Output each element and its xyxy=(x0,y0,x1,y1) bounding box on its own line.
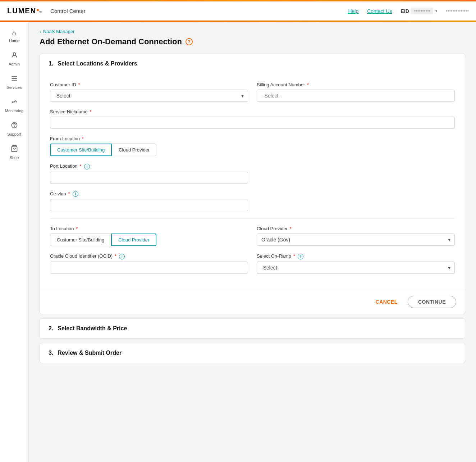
home-icon: ⌂ xyxy=(12,29,16,37)
port-location-input[interactable] xyxy=(50,172,248,184)
ce-vlan-info-icon[interactable]: i xyxy=(73,191,78,197)
nav-right: Help Contact Us EID •••••••••• ▾ •••••••… xyxy=(348,8,469,14)
eid-value: •••••••••• xyxy=(411,8,434,14)
step-1-card: 1. Select Locations & Providers Customer… xyxy=(40,54,465,314)
step-3-number: 3. xyxy=(49,350,53,356)
customer-id-label: Customer ID * xyxy=(50,82,248,87)
sidebar-label-support: Support xyxy=(7,132,21,136)
page-help-icon[interactable]: ? xyxy=(186,38,193,45)
row-customer-billing: Customer ID * -Select- ▾ Billing Accou xyxy=(50,82,455,102)
admin-icon xyxy=(11,51,18,60)
sidebar-item-monitoring[interactable]: Monitoring xyxy=(0,95,28,117)
step-2-number: 2. xyxy=(49,325,53,332)
breadcrumb-parent-link[interactable]: NaaS Manager xyxy=(43,29,74,34)
cancel-button[interactable]: CANCEL xyxy=(370,296,403,308)
to-location-group: To Location * Customer Site/Building Clo… xyxy=(50,226,248,246)
ocid-input[interactable] xyxy=(50,262,248,274)
from-location-group: From Location * Customer Site/Building C… xyxy=(50,136,455,156)
logo-tm: ™ xyxy=(39,11,42,14)
step-1-number: 1. xyxy=(49,60,53,67)
sidebar-item-admin[interactable]: Admin xyxy=(0,48,28,70)
to-location-customer-site-btn[interactable]: Customer Site/Building xyxy=(50,234,111,246)
service-nickname-group: Service Nickname * xyxy=(50,109,455,129)
page-title-text: Add Ethernet On-Demand Connection xyxy=(40,37,182,46)
eid-chevron-icon[interactable]: ▾ xyxy=(435,9,437,13)
to-location-cloud-provider-btn[interactable]: Cloud Provider xyxy=(111,234,156,246)
layout: ⌂ Home Admin Services xyxy=(0,22,476,462)
customer-id-select-wrapper: -Select- ▾ xyxy=(50,90,248,102)
ce-vlan-label: Ce-vlan * i xyxy=(50,191,248,197)
customer-id-select[interactable]: -Select- xyxy=(50,90,248,102)
help-link[interactable]: Help xyxy=(348,8,358,14)
main-content: ‹ NaaS Manager Add Ethernet On-Demand Co… xyxy=(29,22,476,462)
cloud-provider-select[interactable]: Oracle (Gov) xyxy=(257,234,455,246)
services-icon xyxy=(11,75,18,84)
step-2-header: 2. Select Bandwidth & Price xyxy=(40,319,465,338)
cloud-provider-label: Cloud Provider * xyxy=(257,226,455,231)
from-location-customer-site-btn[interactable]: Customer Site/Building xyxy=(50,144,112,156)
step-2-title: Select Bandwidth & Price xyxy=(58,325,127,332)
row-service-nickname: Service Nickname * xyxy=(50,109,455,129)
step-3-title: Review & Submit Order xyxy=(58,350,122,356)
billing-account-label: Billing Account Number * xyxy=(257,82,455,87)
service-nickname-input[interactable] xyxy=(50,117,455,129)
cloud-provider-group: Cloud Provider * Oracle (Gov) ▾ xyxy=(257,226,455,246)
eid-section: EID •••••••••• ▾ xyxy=(401,8,437,14)
step-2-card: 2. Select Bandwidth & Price xyxy=(40,318,465,339)
row-to-location-cloud: To Location * Customer Site/Building Clo… xyxy=(50,226,455,246)
row-port-location: Port Location * i xyxy=(50,163,455,184)
continue-button[interactable]: CONTINUE xyxy=(408,296,456,308)
from-location-toggle: Customer Site/Building Cloud Provider xyxy=(50,144,455,156)
svg-point-5 xyxy=(14,127,14,127)
onramp-info-icon[interactable]: i xyxy=(298,254,303,259)
shop-icon xyxy=(11,145,18,154)
breadcrumb-arrow-icon: ‹ xyxy=(40,29,41,34)
breadcrumb: ‹ NaaS Manager xyxy=(40,29,465,34)
billing-account-group: Billing Account Number * xyxy=(257,82,455,102)
port-location-info-icon[interactable]: i xyxy=(84,164,90,169)
row-from-location: From Location * Customer Site/Building C… xyxy=(50,136,455,156)
top-nav: LUMEN™ Control Center Help Contact Us EI… xyxy=(0,1,476,22)
logo: LUMEN™ xyxy=(7,7,42,15)
step-3-card: 3. Review & Submit Order xyxy=(40,343,465,363)
svg-point-0 xyxy=(13,53,15,55)
form-actions: CANCEL CONTINUE xyxy=(40,290,465,314)
from-location-cloud-provider-btn[interactable]: Cloud Provider xyxy=(112,144,156,156)
step-1-title: Select Locations & Providers xyxy=(58,60,137,67)
port-location-label: Port Location * i xyxy=(50,163,248,169)
service-nickname-label: Service Nickname * xyxy=(50,109,455,114)
onramp-select[interactable]: -Select- xyxy=(257,262,455,274)
monitoring-icon xyxy=(11,98,18,107)
ocid-group: Oracle Cloud Identifier (OCID) * i xyxy=(50,253,248,274)
app-title: Control Center xyxy=(50,8,86,14)
ocid-label: Oracle Cloud Identifier (OCID) * i xyxy=(50,253,248,259)
ce-vlan-input[interactable] xyxy=(50,199,248,211)
billing-account-input[interactable] xyxy=(257,90,455,102)
ocid-info-icon[interactable]: i xyxy=(119,254,125,259)
select-onramp-label: Select On-Ramp * i xyxy=(257,253,455,259)
sidebar-item-support[interactable]: Support xyxy=(0,118,28,140)
support-icon xyxy=(11,122,18,131)
cloud-provider-select-wrapper: Oracle (Gov) ▾ xyxy=(257,234,455,246)
form-divider xyxy=(50,218,455,219)
sidebar-item-home[interactable]: ⌂ Home xyxy=(0,25,28,46)
sidebar-label-shop: Shop xyxy=(10,155,19,160)
user-name: •••••••••••••• xyxy=(446,8,469,14)
step-1-header: 1. Select Locations & Providers xyxy=(40,54,465,73)
sidebar: ⌂ Home Admin Services xyxy=(0,22,29,462)
row-ocid-onramp: Oracle Cloud Identifier (OCID) * i Selec… xyxy=(50,253,455,274)
sidebar-label-monitoring: Monitoring xyxy=(5,109,23,113)
select-onramp-group: Select On-Ramp * i -Select- ▾ xyxy=(257,253,455,274)
port-location-group: Port Location * i xyxy=(50,163,248,184)
logo-text: LUMEN xyxy=(7,7,36,15)
sidebar-item-shop[interactable]: Shop xyxy=(0,141,28,163)
to-location-toggle: Customer Site/Building Cloud Provider xyxy=(50,234,248,246)
onramp-select-wrapper: -Select- ▾ xyxy=(257,262,455,274)
contact-us-link[interactable]: Contact Us xyxy=(367,8,392,14)
step-3-header: 3. Review & Submit Order xyxy=(40,343,465,363)
from-location-label: From Location * xyxy=(50,136,455,141)
sidebar-label-home: Home xyxy=(9,38,19,43)
sidebar-item-services[interactable]: Services xyxy=(0,71,28,93)
sidebar-label-services: Services xyxy=(6,85,22,90)
row-ce-vlan: Ce-vlan * i xyxy=(50,191,455,212)
